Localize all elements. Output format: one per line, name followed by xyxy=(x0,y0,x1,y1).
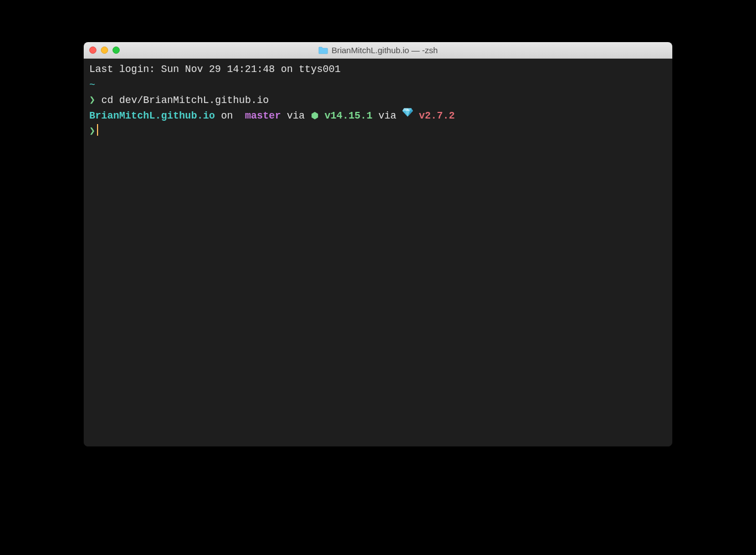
terminal-window: BrianMitchL.github.io — -zsh Last login:… xyxy=(84,42,672,446)
prompt-line: ❯ xyxy=(89,124,667,140)
close-button[interactable] xyxy=(89,47,96,54)
cd-command-text: cd dev/BrianMitchL.github.io xyxy=(101,95,269,106)
folder-icon xyxy=(318,47,328,54)
status-line: BrianMitchL.github.io on master via ⬢ v1… xyxy=(89,109,667,124)
traffic-lights xyxy=(89,47,120,54)
ruby-diamond-icon xyxy=(402,107,413,122)
last-login-text: Last login: Sun Nov 29 14:21:48 on ttys0… xyxy=(89,64,341,75)
prompt-arrow-icon: ❯ xyxy=(89,126,95,137)
repo-name: BrianMitchL.github.io xyxy=(89,110,215,121)
on-text: on xyxy=(215,110,239,121)
command-line: ❯ cd dev/BrianMitchL.github.io xyxy=(89,93,667,109)
node-version: v14.15.1 xyxy=(325,110,372,121)
window-title-text: BrianMitchL.github.io — -zsh xyxy=(331,45,438,55)
cursor xyxy=(97,124,98,136)
maximize-button[interactable] xyxy=(113,47,120,54)
ruby-version: v2.7.2 xyxy=(419,110,455,121)
node-hexagon-icon: ⬢ xyxy=(311,111,319,121)
home-symbol: ~ xyxy=(89,79,95,90)
via-text-1: via xyxy=(281,110,311,121)
via-text-2: via xyxy=(372,110,402,121)
minimize-button[interactable] xyxy=(101,47,108,54)
branch-name: master xyxy=(245,110,281,121)
title-bar[interactable]: BrianMitchL.github.io — -zsh xyxy=(84,42,672,59)
prompt-arrow-icon: ❯ xyxy=(89,95,95,106)
window-title: BrianMitchL.github.io — -zsh xyxy=(318,45,438,55)
home-line: ~ xyxy=(89,78,667,93)
last-login-line: Last login: Sun Nov 29 14:21:48 on ttys0… xyxy=(89,62,667,78)
terminal-body[interactable]: Last login: Sun Nov 29 14:21:48 on ttys0… xyxy=(84,59,672,446)
